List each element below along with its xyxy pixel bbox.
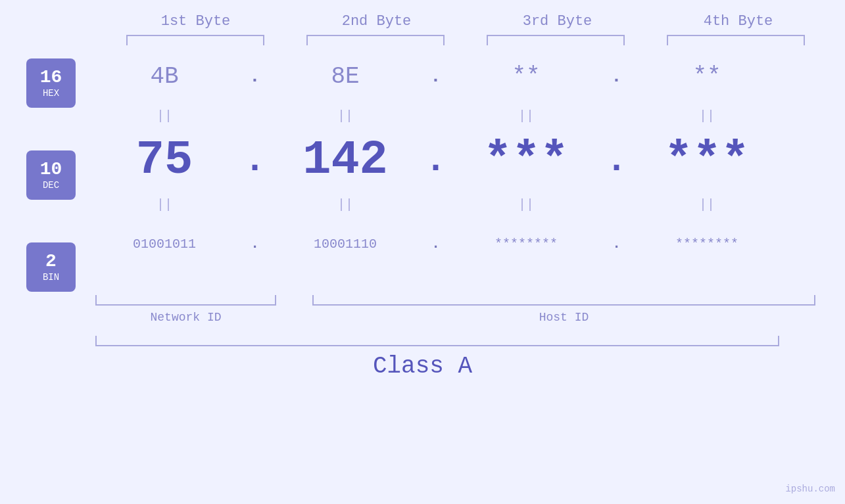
byte-headers-row: 1st Byte 2nd Byte 3rd Byte 4th Byte: [0, 0, 845, 30]
dec-number: 10: [40, 160, 62, 180]
hex-b3: **: [454, 63, 598, 90]
bin-name: BIN: [43, 272, 59, 283]
eq1-b1: ||: [92, 108, 237, 124]
bracket-byte2: [306, 35, 445, 45]
hex-dot3: .: [598, 66, 635, 87]
dec-row: 75 . 142 . *** . ***: [92, 127, 845, 193]
base-badges-column: 16 HEX 10 DEC 2 BIN: [26, 49, 92, 292]
bracket-gap: [276, 295, 312, 306]
eq2-b3: ||: [454, 197, 598, 212]
network-id-label: Network ID: [95, 311, 276, 324]
byte4-header: 4th Byte: [648, 13, 829, 30]
dec-b3: ***: [454, 133, 598, 187]
bin-b3: ********: [454, 237, 598, 252]
hex-number: 16: [40, 68, 62, 88]
watermark: ipshu.com: [785, 484, 835, 494]
hex-b4: **: [635, 63, 779, 90]
byte1-header: 1st Byte: [105, 13, 286, 30]
dec-badge: 10 DEC: [26, 150, 76, 200]
dec-dot1: .: [237, 140, 273, 181]
bin-b4: ********: [635, 237, 779, 252]
eq1-b4: ||: [635, 108, 779, 124]
dec-name: DEC: [43, 180, 59, 191]
hex-dot2: .: [418, 66, 454, 87]
data-columns: 4B . 8E . ** . **: [92, 49, 845, 292]
dec-dot3: .: [598, 140, 635, 181]
dec-dot2: .: [418, 140, 454, 181]
eq-row-1: || || || ||: [92, 104, 845, 127]
top-brackets: [0, 35, 845, 45]
bracket-byte1: [126, 35, 264, 45]
eq-row-2: || || || ||: [92, 193, 845, 216]
bin-badge: 2 BIN: [26, 242, 76, 292]
main-grid: 16 HEX 10 DEC 2 BIN 4B .: [0, 49, 845, 292]
bin-number: 2: [45, 252, 57, 272]
eq2-b1: ||: [92, 197, 237, 212]
dec-b4: ***: [635, 133, 779, 187]
page-layout: 1st Byte 2nd Byte 3rd Byte 4th Byte 16 H…: [0, 0, 845, 504]
bin-dot2: .: [418, 236, 454, 252]
hex-row: 4B . 8E . ** . **: [92, 49, 845, 104]
eq1-b3: ||: [454, 108, 598, 124]
bottom-labels-row: Network ID Host ID: [95, 311, 815, 324]
hex-dot1: .: [237, 66, 273, 87]
dec-b2: 142: [273, 133, 418, 187]
eq1-b2: ||: [273, 108, 418, 124]
hex-b1: 4B: [92, 63, 237, 90]
class-label: Class A: [0, 353, 845, 380]
bin-b1: 01001011: [92, 237, 237, 252]
bin-dot3: .: [598, 236, 635, 252]
hex-b2: 8E: [273, 63, 418, 90]
byte2-header: 2nd Byte: [286, 13, 467, 30]
host-id-bracket: [312, 295, 815, 306]
eq2-b2: ||: [273, 197, 418, 212]
dec-b1: 75: [92, 133, 237, 187]
hex-badge: 16 HEX: [26, 58, 76, 108]
host-id-label: Host ID: [312, 311, 815, 324]
bracket-byte4: [667, 35, 805, 45]
bracket-byte3: [487, 35, 625, 45]
bin-dot1: .: [237, 236, 273, 252]
network-id-bracket: [95, 295, 276, 306]
eq2-b4: ||: [635, 197, 779, 212]
bottom-brackets-row: [95, 295, 815, 306]
outer-bracket: [95, 336, 779, 346]
bin-row: 01001011 . 10001110 . ******** .: [92, 216, 845, 272]
byte3-header: 3rd Byte: [467, 13, 648, 30]
hex-name: HEX: [43, 88, 59, 99]
bin-b2: 10001110: [273, 237, 418, 252]
